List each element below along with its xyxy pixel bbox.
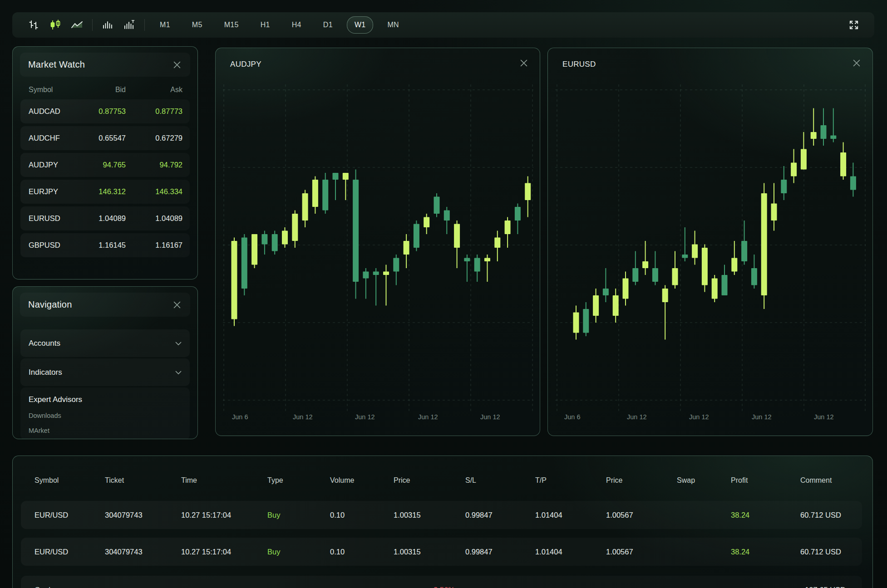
x-axis-label: Jun 12 — [627, 413, 647, 421]
timeframe-MN[interactable]: MN — [379, 16, 406, 34]
cell-profit: 38.24 — [731, 511, 800, 519]
cell-comment: 60.712 USD — [800, 511, 848, 519]
cell-volume: 0.10 — [330, 548, 394, 556]
cell-type: Buy — [267, 511, 330, 519]
column-ask: Ask — [126, 86, 182, 94]
market-watch-row-EURJPY[interactable]: EURJPY146.312146.334 — [20, 180, 190, 204]
market-watch-row-AUDCAD[interactable]: AUDCAD0.877530.87773 — [20, 99, 190, 123]
position-row[interactable]: EUR/USD30407974310.27 15:17:04Buy0.101.0… — [21, 501, 862, 529]
chart-window-audjpy: AUDJPY Jun 6Jun 12Jun 12Jun 12Jun 12 — [215, 48, 540, 436]
timeframe-M1[interactable]: M1 — [152, 16, 178, 34]
x-axis-label: Jun 12 — [814, 413, 834, 421]
close-icon[interactable] — [172, 300, 182, 310]
x-axis-label: Jun 6 — [232, 413, 248, 421]
cell-price2: 1.00567 — [606, 511, 677, 519]
candlestick-icon[interactable] — [48, 17, 63, 33]
timeframe-group: M1M5M15H1H4D1W1MN — [152, 16, 407, 34]
cell-sl: 0.99847 — [465, 511, 535, 519]
bid-cell: 0.87753 — [77, 107, 126, 116]
symbol-cell: AUDCHF — [29, 134, 77, 142]
positions-column-swap: Swap — [677, 476, 731, 485]
cell-symbol: EUR/USD — [34, 548, 105, 556]
chart-title: AUDJPY — [230, 60, 261, 69]
line-chart-icon[interactable] — [69, 17, 85, 33]
symbol-cell: EURUSD — [29, 214, 77, 223]
volume-group — [100, 17, 137, 33]
ask-cell: 146.334 — [126, 187, 182, 196]
column-bid: Bid — [77, 86, 126, 94]
chart-type-group — [26, 17, 85, 33]
close-icon[interactable] — [172, 60, 182, 70]
x-axis-label: Jun 12 — [293, 413, 313, 421]
tick-volume-icon[interactable] — [122, 17, 137, 33]
market-watch-row-AUDCHF[interactable]: AUDCHF0.655470.67279 — [20, 126, 190, 150]
bid-cell: 0.65547 — [77, 134, 126, 142]
market-watch-row-AUDJPY[interactable]: AUDJPY94.76594.792 — [20, 153, 190, 177]
symbol-cell: AUDJPY — [29, 161, 77, 169]
symbol-cell: EURJPY — [29, 187, 77, 196]
volume-icon[interactable] — [100, 17, 115, 33]
cell-volume: 0.10 — [330, 511, 394, 519]
positions-header-row: SymbolTicketTimeTypeVolumePriceS/LT/PPri… — [21, 471, 862, 490]
positions-column-type: Type — [267, 476, 330, 485]
chart-title: EURUSD — [562, 60, 596, 69]
timeframe-M5[interactable]: M5 — [184, 16, 210, 34]
timeframe-D1[interactable]: D1 — [315, 16, 340, 34]
cell-price2: 1.00567 — [606, 548, 677, 556]
x-axis-label: Jun 6 — [564, 413, 580, 421]
market-watch-header: Market Watch — [20, 53, 190, 77]
ask-cell: 1.04089 — [126, 214, 182, 223]
summary-amount: 107.65 USD — [805, 586, 846, 588]
timeframe-H1[interactable]: H1 — [253, 16, 278, 34]
positions-column-t-p: T/P — [535, 476, 606, 485]
column-symbol: Symbol — [29, 86, 77, 94]
cell-profit: 38.24 — [731, 548, 800, 556]
market-watch-columns: Symbol Bid Ask — [13, 80, 197, 99]
positions-column-profit: Profit — [731, 476, 800, 485]
ask-cell: 0.87773 — [126, 107, 182, 116]
chart-canvas-eurusd[interactable]: Jun 6Jun 12Jun 12Jun 12Jun 12 — [548, 48, 873, 436]
nav-item-downloads[interactable]: Downloads — [29, 412, 182, 419]
positions-summary-row[interactable]: Goal 2.56% 107.65 USD — [21, 576, 862, 588]
x-axis-label: Jun 12 — [355, 413, 375, 421]
fullscreen-icon[interactable] — [846, 17, 862, 33]
nav-group-accounts[interactable]: Accounts — [20, 329, 190, 357]
chart-canvas-audjpy[interactable]: Jun 6Jun 12Jun 12Jun 12Jun 12 — [216, 48, 540, 436]
timeframe-M15[interactable]: M15 — [217, 16, 246, 34]
summary-percent: 2.56% — [434, 586, 455, 588]
market-watch-title: Market Watch — [28, 59, 85, 70]
navigation-title: Navigation — [28, 299, 72, 310]
nav-item-expert-advisors[interactable]: Expert Advisors — [29, 395, 182, 404]
nav-group-indicators[interactable]: Indicators — [20, 358, 190, 386]
chart-window-eurusd: EURUSD Jun 6Jun 12Jun 12Jun 12Jun 12 — [547, 48, 873, 436]
bars-chart-icon[interactable] — [26, 17, 41, 33]
positions-panel: SymbolTicketTimeTypeVolumePriceS/LT/PPri… — [12, 456, 873, 588]
position-row[interactable]: EUR/USD30407974310.27 15:17:04Buy0.101.0… — [21, 538, 862, 566]
x-axis-label: Jun 12 — [689, 413, 709, 421]
cell-tp: 1.01404 — [535, 511, 606, 519]
ask-cell: 0.67279 — [126, 134, 182, 142]
bid-cell: 94.765 — [77, 161, 126, 169]
cell-tp: 1.01404 — [535, 548, 606, 556]
nav-group-label: Indicators — [29, 368, 62, 377]
bid-cell: 1.16145 — [77, 241, 126, 250]
summary-label: Goal — [34, 586, 50, 588]
ask-cell: 1.16167 — [126, 241, 182, 250]
positions-column-time: Time — [181, 476, 267, 485]
cell-type: Buy — [267, 548, 330, 556]
symbol-cell: AUDCAD — [29, 107, 77, 116]
positions-column-ticket: Ticket — [105, 476, 181, 485]
cell-comment: 60.712 USD — [800, 548, 848, 556]
cell-time: 10.27 15:17:04 — [181, 548, 267, 556]
nav-item-market[interactable]: MArket — [29, 427, 182, 434]
timeframe-H4[interactable]: H4 — [284, 16, 309, 34]
navigation-panel: Navigation Accounts Indicators Expert Ad… — [12, 286, 198, 439]
close-icon[interactable] — [852, 58, 862, 68]
timeframe-W1[interactable]: W1 — [347, 16, 374, 34]
close-icon[interactable] — [519, 58, 529, 68]
market-watch-panel: Market Watch Symbol Bid Ask AUDCAD0.8775… — [12, 46, 198, 279]
positions-column-volume: Volume — [330, 476, 394, 485]
market-watch-row-GBPUSD[interactable]: GBPUSD1.161451.16167 — [20, 233, 190, 257]
market-watch-row-EURUSD[interactable]: EURUSD1.040891.04089 — [20, 206, 190, 230]
x-axis-label: Jun 12 — [752, 413, 772, 421]
